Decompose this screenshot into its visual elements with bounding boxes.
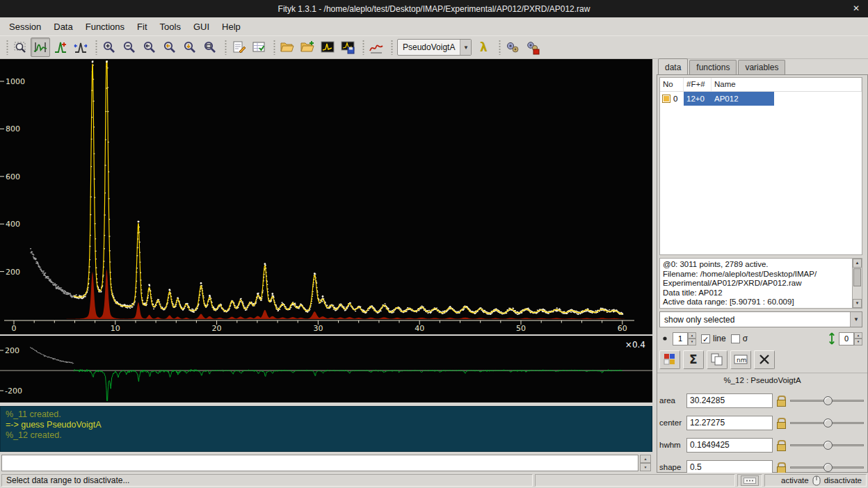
zoom-vertical-button[interactable] xyxy=(180,38,200,57)
command-input[interactable] xyxy=(1,455,638,471)
point-size-input[interactable] xyxy=(673,332,688,345)
svg-text:200: 200 xyxy=(6,268,20,277)
param-center-input[interactable] xyxy=(686,416,773,430)
param-row-center: center xyxy=(659,414,865,432)
scrollbar-thumb[interactable] xyxy=(853,268,861,286)
dataset-row[interactable]: 012+0AP012 xyxy=(660,92,862,106)
aux-plot[interactable]: 200-200×0.4 xyxy=(0,336,652,402)
append-data-button[interactable] xyxy=(298,38,317,57)
command-history-scrollbar[interactable]: ▲ ▼ xyxy=(640,455,651,471)
open-data-button[interactable] xyxy=(278,38,297,57)
menu-data[interactable]: Data xyxy=(47,19,79,35)
svg-text:400: 400 xyxy=(6,220,20,229)
menu-fit[interactable]: Fit xyxy=(131,19,153,35)
spin-up-icon[interactable]: ▲ xyxy=(688,332,696,339)
data-table-button[interactable] xyxy=(249,38,268,57)
disactivate-label: disactivate xyxy=(824,476,862,485)
fit-run-button[interactable] xyxy=(503,38,522,57)
menu-help[interactable]: Help xyxy=(216,19,247,35)
lock-icon[interactable] xyxy=(776,418,785,428)
dataset-list[interactable]: No#F+#Name 012+0AP012 xyxy=(659,77,862,255)
menubar: SessionDataFunctionsFitToolsGUIHelp xyxy=(0,17,868,35)
status-mini-button[interactable] xyxy=(741,475,759,486)
info-scrollbar[interactable]: ▲ ▼ xyxy=(852,259,862,308)
main-plot[interactable]: 01020304050602004006008001000 xyxy=(0,59,652,334)
tab-data[interactable]: data xyxy=(658,58,688,75)
save-image-button[interactable] xyxy=(338,38,357,57)
tab-variables[interactable]: variables xyxy=(738,60,785,75)
copy-dataset-button[interactable] xyxy=(707,350,728,369)
export-plot-button[interactable] xyxy=(318,38,337,57)
curve-range-icon xyxy=(33,40,48,55)
edit-script-button[interactable] xyxy=(229,38,248,57)
param-area-input[interactable] xyxy=(686,393,773,408)
slider-thumb[interactable] xyxy=(823,396,833,405)
lock-icon[interactable] xyxy=(776,462,785,473)
param-row-hwhm: hwhm xyxy=(659,436,865,454)
param-label-hwhm: hwhm xyxy=(659,441,683,449)
lock-icon[interactable] xyxy=(776,440,785,450)
close-button[interactable]: ✕ xyxy=(851,3,862,14)
scroll-up-icon[interactable]: ▲ xyxy=(853,259,862,268)
param-hwhm-slider[interactable] xyxy=(789,439,865,450)
zoom-mode-button[interactable] xyxy=(10,38,30,57)
zoom-horizontal-button[interactable] xyxy=(160,38,179,57)
data-transform-button[interactable] xyxy=(367,38,386,57)
scroll-down-icon[interactable]: ▼ xyxy=(853,299,862,308)
svg-text:λ: λ xyxy=(480,40,488,54)
info-line: Filename: /home/aleplo/test/Desktop/IMAP… xyxy=(663,270,851,279)
toolbar-separator xyxy=(93,40,97,55)
param-hwhm-input[interactable] xyxy=(686,438,773,453)
param-center-slider[interactable] xyxy=(789,417,865,428)
fit-settings-button[interactable] xyxy=(523,38,542,57)
slider-thumb[interactable] xyxy=(823,441,833,450)
sigma-checkbox[interactable]: σ xyxy=(731,334,748,343)
zoom-in-button[interactable] xyxy=(99,38,119,57)
guess-peak-button[interactable]: λ xyxy=(474,38,494,57)
tab-functions[interactable]: functions xyxy=(689,60,737,75)
spin-down-icon[interactable]: ▼ xyxy=(688,339,696,345)
menu-functions[interactable]: Functions xyxy=(79,19,131,35)
output-console[interactable]: %_11 created.=-> guess PseudoVoigtA%_12 … xyxy=(0,406,652,452)
shift-spinner[interactable]: ▲▼ xyxy=(839,332,862,345)
slider-thumb[interactable] xyxy=(823,463,833,472)
checkbox-box[interactable] xyxy=(731,334,740,343)
dataset-list-header: No#F+#Name xyxy=(660,78,862,92)
filter-dropdown[interactable]: show only selected ▼ xyxy=(659,311,862,327)
line-checkbox[interactable]: ✓ line xyxy=(701,334,726,343)
range-mode-button[interactable] xyxy=(31,38,50,57)
menu-session[interactable]: Session xyxy=(3,19,47,35)
dataset-colors-button[interactable] xyxy=(659,350,680,369)
toolbar-separator xyxy=(3,40,8,55)
menu-tools[interactable]: Tools xyxy=(154,19,187,35)
param-area-slider[interactable] xyxy=(789,395,865,406)
svg-text:60: 60 xyxy=(618,324,627,333)
drag-peak-mode-button[interactable] xyxy=(71,38,90,57)
add-peak-mode-button[interactable] xyxy=(51,38,70,57)
rename-dataset-button[interactable]: nm xyxy=(730,350,751,369)
scroll-down-icon[interactable]: ▼ xyxy=(640,463,651,471)
param-shape-slider[interactable] xyxy=(789,462,865,473)
menu-gui[interactable]: GUI xyxy=(187,19,216,35)
spin-down-icon[interactable]: ▼ xyxy=(854,339,862,345)
lock-icon[interactable] xyxy=(776,396,785,406)
checkbox-box[interactable]: ✓ xyxy=(701,334,710,343)
zoom-out-button[interactable] xyxy=(120,38,139,57)
sum-button[interactable]: Σ xyxy=(683,350,704,369)
function-type-combo[interactable]: PseudoVoigtA▼ xyxy=(397,39,472,56)
point-size-spinner[interactable]: ▲▼ xyxy=(673,332,696,345)
mouse-hint: activate disactivate xyxy=(764,474,867,487)
dataset-checkbox[interactable] xyxy=(662,95,670,103)
dataset-actions: Σnm xyxy=(659,349,862,370)
spin-up-icon[interactable]: ▲ xyxy=(854,332,862,339)
slider-thumb[interactable] xyxy=(823,418,833,428)
nm-box-icon: nm xyxy=(733,352,748,367)
zoom-all-button[interactable] xyxy=(200,38,220,57)
shift-input[interactable] xyxy=(839,332,854,345)
delete-dataset-button[interactable] xyxy=(754,350,775,369)
svg-text:0: 0 xyxy=(12,324,17,333)
zoom-previous-button[interactable] xyxy=(140,38,159,57)
window-title: Fityk 1.3.1 - /home/aleplo/test/Desktop/… xyxy=(278,4,590,14)
scroll-up-icon[interactable]: ▲ xyxy=(640,455,651,463)
param-label-shape: shape xyxy=(659,463,683,471)
